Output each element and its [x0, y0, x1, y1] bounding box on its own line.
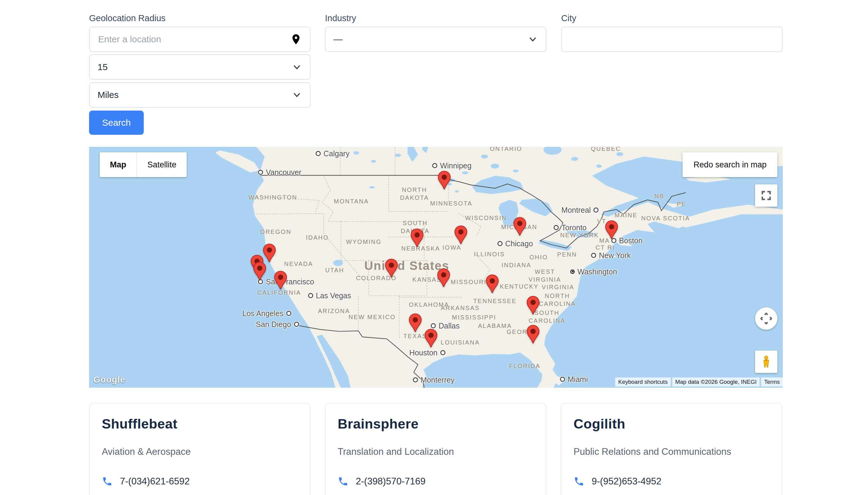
state-label-pe: PE — [677, 200, 687, 208]
city-monterrey: Monterrey — [413, 376, 455, 385]
industry-select[interactable]: — — [325, 27, 546, 52]
location-input-wrapper — [89, 27, 311, 52]
state-label-ohio: OHIO — [529, 253, 548, 261]
city-label: Winnipeg — [440, 161, 472, 170]
pan-arrows-icon — [759, 311, 773, 325]
state-label-utah: UTAH — [325, 266, 344, 274]
phone-row: 2-(398)570-7169 — [338, 476, 534, 487]
map-marker-16[interactable] — [424, 328, 438, 348]
state-label-west-virginia: WEST VIRGINIA — [529, 268, 561, 284]
map-marker-10[interactable] — [437, 268, 450, 288]
city-vancouver: Vancouver — [258, 168, 301, 176]
unit-select[interactable]: Miles — [89, 82, 311, 107]
map-marker-15[interactable] — [526, 325, 540, 344]
city-dot-icon — [594, 207, 599, 212]
city-label: San Francisco — [266, 277, 314, 286]
state-label-oregon: OREGON — [260, 228, 291, 236]
city-dot-icon — [440, 350, 445, 355]
radius-select-value: 15 — [98, 62, 292, 72]
state-label-north-carolina: NORTH CAROLINA — [539, 292, 575, 308]
map-marker-9[interactable] — [253, 261, 267, 281]
city-input[interactable] — [570, 34, 774, 45]
state-label-new-mexico: NEW MEXICO — [349, 313, 396, 321]
city-dot-icon — [258, 170, 263, 175]
state-label-arkansas: ARKANSAS — [441, 304, 480, 312]
tab-satellite[interactable]: Satellite — [137, 152, 187, 177]
city-label: Chicago — [505, 239, 533, 248]
tab-map[interactable]: Map — [100, 152, 137, 177]
state-label-maine: MAINE — [615, 211, 638, 219]
unit-select-value: Miles — [98, 90, 292, 100]
city-dot-icon — [554, 225, 559, 230]
fullscreen-button[interactable] — [755, 184, 777, 207]
map-marker-6[interactable] — [263, 243, 276, 263]
state-label-quebec: QUEBEC — [591, 147, 621, 153]
city-miami: Miami — [560, 375, 588, 384]
city-chicago: Chicago — [497, 239, 533, 248]
state-label-kentucky: KENTUCKY — [500, 283, 539, 290]
city-washington: Washington — [570, 267, 617, 276]
chevron-down-icon — [528, 34, 538, 45]
phone-icon — [338, 476, 349, 487]
city-houston: Houston — [409, 348, 445, 357]
map-marker-2[interactable] — [513, 217, 527, 236]
map-marker-11[interactable] — [273, 271, 287, 290]
city-label: San Diego — [256, 320, 291, 328]
map-canvas[interactable]: Map Satellite Redo search in map Google — [89, 147, 783, 388]
result-card-cogilith: CogilithPublic Relations and Communicati… — [561, 403, 782, 495]
city-las-vegas: Las Vegas — [308, 291, 351, 300]
radius-select[interactable]: 15 — [89, 54, 311, 80]
state-label-mississippi: MISSISSIPPI — [452, 313, 496, 321]
city-winnipeg: Winnipeg — [432, 161, 472, 170]
map-marker-5[interactable] — [410, 228, 424, 248]
map-marker-3[interactable] — [605, 220, 619, 240]
location-input[interactable] — [98, 34, 290, 45]
map-marker-13[interactable] — [526, 295, 540, 315]
city-dot-icon — [308, 293, 313, 298]
phone-icon — [102, 476, 113, 487]
phone-row: 9-(952)653-4952 — [573, 476, 769, 487]
city-label: Las Vegas — [316, 291, 351, 300]
terms-link[interactable]: Terms — [761, 377, 783, 387]
city-montreal: Montreal — [562, 205, 599, 214]
state-label-arizona: ARIZONA — [318, 307, 350, 315]
capital-dot-icon — [570, 269, 575, 274]
city-label: Dallas — [439, 322, 459, 330]
city-dot-icon — [286, 311, 291, 316]
city-label: New York — [599, 251, 631, 260]
map-marker-12[interactable] — [485, 274, 499, 294]
city-label: Washington — [578, 267, 617, 276]
city-label: Vancouver — [266, 168, 301, 176]
search-button[interactable]: Search — [89, 110, 144, 135]
company-industry: Translation and Localization — [338, 446, 534, 457]
state-label-missouri: MISSOURI — [450, 278, 486, 286]
pegman-button[interactable] — [755, 351, 777, 373]
geolocation-radius-label: Geolocation Radius — [89, 13, 165, 23]
state-label-new-york: NEW YORK — [560, 231, 599, 239]
city-dot-icon — [497, 241, 502, 246]
map-attribution: Keyboard shortcuts Map data ©2026 Google… — [615, 377, 783, 387]
industry-select-value: — — [333, 34, 528, 45]
map-type-control: Map Satellite — [100, 152, 187, 177]
redo-search-button[interactable]: Redo search in map — [683, 152, 777, 177]
state-label-minnesota: MINNESOTA — [430, 200, 472, 207]
map-marker-1[interactable] — [437, 170, 451, 190]
state-label-nevada: NEVADA — [284, 260, 313, 268]
keyboard-shortcuts-link[interactable]: Keyboard shortcuts — [615, 377, 671, 387]
phone-icon — [573, 476, 584, 487]
state-label-florida: FLORIDA — [509, 362, 540, 370]
company-name: Shufflebeat — [102, 416, 298, 432]
pan-control-button[interactable] — [755, 307, 777, 330]
city-label: Boston — [619, 236, 643, 245]
map-marker-14[interactable] — [408, 313, 422, 333]
map-marker-4[interactable] — [454, 225, 468, 245]
map-marker-8[interactable] — [385, 258, 398, 278]
city-input-wrapper — [561, 27, 782, 52]
city-label: Miami — [568, 375, 588, 384]
city-dot-icon — [431, 323, 436, 328]
state-label-louisiana: LOUISIANA — [441, 339, 480, 346]
city-dot-icon — [560, 377, 565, 382]
google-logo: Google — [93, 375, 125, 385]
pegman-icon — [759, 355, 773, 369]
state-label-ontario: ONTARIO — [490, 147, 522, 153]
